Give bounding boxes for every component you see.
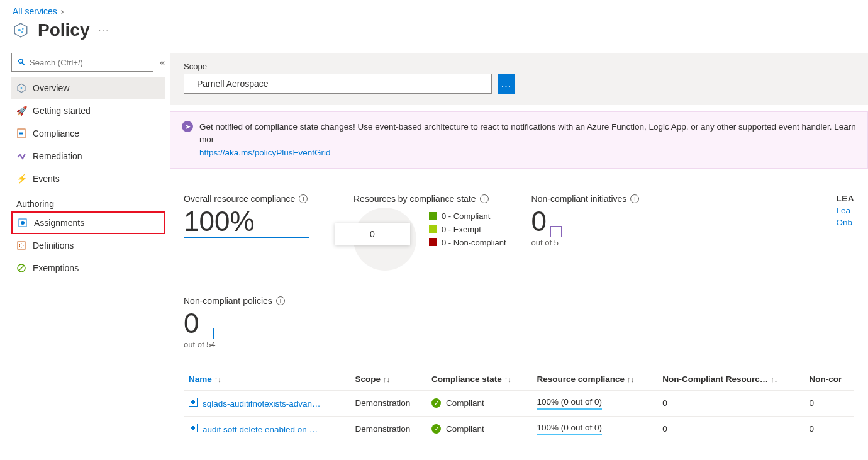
row-compliance-state: ✓Compliant [431, 398, 526, 408]
events-icon: ⚡ [16, 174, 26, 184]
overview-icon [16, 83, 26, 93]
collapse-sidebar-button[interactable]: « [160, 57, 165, 67]
nav-assignments[interactable]: Assignments [11, 211, 165, 234]
search-icon: 🔍︎ [17, 57, 26, 67]
breadcrumb[interactable]: All services › [13, 6, 855, 16]
svg-point-1 [18, 29, 21, 31]
check-icon: ✓ [431, 424, 441, 434]
legend-noncompliant: 0 - Non-compliant [429, 238, 506, 247]
col-resource-compliance[interactable]: Resource compliance↑↓ [531, 368, 657, 391]
overall-compliance-card: Overall resource compliance i 100% [184, 194, 328, 271]
nav-label: Compliance [33, 128, 79, 138]
policy-mini-icon [203, 328, 214, 339]
rocket-icon: 🚀 [16, 106, 26, 116]
metric-title: Resources by compliance state [353, 194, 476, 204]
nav-label: Definitions [33, 240, 74, 250]
info-icon[interactable]: i [630, 194, 639, 203]
donut-chart: 0 [353, 208, 416, 271]
col-compliance-state[interactable]: Compliance state↑↓ [426, 368, 531, 391]
remediation-icon [16, 151, 26, 161]
nav-remediation[interactable]: Remediation [11, 145, 165, 167]
svg-point-3 [21, 31, 23, 33]
nav-definitions[interactable]: Definitions [11, 234, 165, 257]
nav-label: Events [33, 174, 60, 184]
svg-line-14 [19, 266, 24, 271]
exemptions-icon [16, 263, 26, 273]
notification-bar: ➤ Get notified of compliance state chang… [170, 111, 868, 169]
noncompliant-policies-value: 0 [184, 310, 199, 337]
row-ncr: 0 [657, 416, 804, 442]
nav-exemptions[interactable]: Exemptions [11, 257, 165, 279]
megaphone-icon: ➤ [182, 121, 193, 132]
compliance-table: Name↑↓ Scope↑↓ Compliance state↑↓ Resour… [184, 368, 854, 442]
nav-label: Assignments [34, 218, 84, 228]
metric-title: Non-compliant policies [184, 296, 272, 306]
row-name-link[interactable]: audit soft delete enabled on … [203, 425, 318, 434]
learn-link-1[interactable]: Lea [837, 206, 855, 215]
nav-events[interactable]: ⚡ Events [11, 167, 165, 190]
row-nc: 0 [804, 390, 854, 416]
noncompliant-initiatives-value: 0 [531, 208, 547, 235]
nav-getting-started[interactable]: 🚀 Getting started [11, 99, 165, 122]
nav-label: Remediation [33, 151, 82, 161]
nav-compliance[interactable]: Compliance [11, 122, 165, 145]
info-icon[interactable]: i [480, 194, 489, 203]
info-icon[interactable]: i [299, 194, 308, 203]
check-icon: ✓ [431, 398, 441, 408]
metric-title: Overall resource compliance [184, 194, 295, 204]
noncompliant-initiatives-sub: out of 5 [531, 238, 640, 247]
nav-label: Exemptions [33, 263, 79, 273]
table-row[interactable]: sqlads-auditifnotexists-advan…Demonstrat… [184, 390, 854, 416]
table-row[interactable]: audit soft delete enabled on …Demonstrat… [184, 416, 854, 442]
nav-label: Overview [33, 83, 69, 93]
learn-heading: LEA [837, 194, 855, 203]
underline-accent [184, 237, 309, 238]
resources-by-state-card: Resources by compliance state i 0 0 - Co… [353, 194, 506, 271]
learn-link-2[interactable]: Onb [837, 218, 855, 227]
metric-title: Non-compliant initiatives [531, 194, 627, 204]
row-name-link[interactable]: sqlads-auditifnotexists-advan… [203, 399, 321, 408]
col-name[interactable]: Name↑↓ [184, 368, 350, 391]
chevron-right-icon: › [61, 6, 64, 16]
policy-icon [13, 22, 29, 38]
donut-tooltip: 0 [335, 223, 410, 245]
svg-point-5 [21, 87, 23, 89]
notification-link[interactable]: https://aka.ms/policyPlusEventGrid [199, 148, 331, 157]
row-resource-compliance: 100% (0 out of 0) [537, 397, 602, 410]
sidebar: 🔍︎ « Overview 🚀 Getting started Complian… [0, 53, 170, 442]
svg-rect-8 [19, 133, 23, 135]
overall-compliance-value: 100% [184, 208, 328, 235]
initiative-icon [550, 226, 562, 237]
breadcrumb-parent[interactable]: All services [13, 6, 57, 16]
assignments-icon [18, 218, 28, 228]
policy-row-icon [189, 424, 198, 432]
notification-text: Get notified of compliance state changes… [199, 121, 856, 159]
row-resource-compliance: 100% (0 out of 0) [537, 423, 602, 435]
scope-picker-button[interactable]: ... [498, 74, 515, 94]
svg-point-10 [21, 221, 25, 225]
search-box[interactable]: 🔍︎ [11, 53, 153, 72]
more-actions-button[interactable]: ··· [98, 25, 109, 35]
main-content: Scope Parnell Aerospace ... ➤ Get notifi… [170, 53, 868, 442]
noncompliant-policies-card: Non-compliant policies i 0 out of 54 [170, 277, 868, 356]
info-icon[interactable]: i [276, 296, 285, 305]
legend-compliant: 0 - Compliant [429, 211, 506, 221]
learn-more-panel: LEA Lea Onb [837, 194, 855, 271]
policy-row-icon [189, 398, 198, 407]
scope-label: Scope [184, 62, 854, 71]
definitions-icon [16, 240, 26, 250]
nav-overview[interactable]: Overview [11, 77, 165, 99]
scope-input[interactable]: Parnell Aerospace [184, 74, 492, 94]
col-scope[interactable]: Scope↑↓ [350, 368, 426, 391]
svg-rect-11 [18, 242, 25, 249]
row-ncr: 0 [657, 390, 804, 416]
nav-label: Getting started [33, 106, 91, 116]
svg-point-2 [22, 28, 24, 30]
noncompliant-policies-sub: out of 54 [184, 340, 854, 349]
col-noncompliant[interactable]: Non-cor [804, 368, 854, 391]
legend-exempt: 0 - Exempt [429, 225, 506, 234]
compliance-icon [16, 128, 26, 138]
col-noncompliant-resources[interactable]: Non-Compliant Resourc…↑↓ [657, 368, 804, 391]
authoring-section-label: Authoring [16, 199, 165, 209]
search-input[interactable] [30, 58, 148, 67]
